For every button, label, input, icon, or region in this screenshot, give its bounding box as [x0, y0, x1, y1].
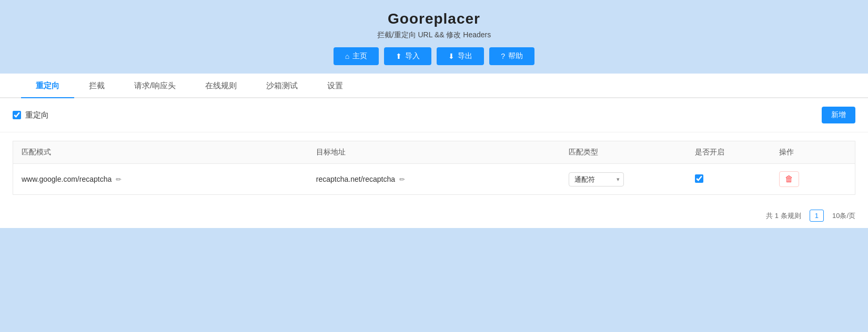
col-header-target: 目标地址 [308, 141, 560, 164]
target-edit-icon[interactable]: ✏ [399, 175, 405, 183]
import-button[interactable]: ⬆ 导入 [384, 47, 431, 65]
section-header: 重定向 新增 [0, 98, 868, 132]
table-footer: 共 1 条规则 1 10条/页 [0, 203, 868, 228]
cell-action: 🗑 [771, 164, 855, 195]
match-value: www.google.com/recaptcha [22, 175, 112, 183]
delete-rule-button[interactable]: 🗑 [779, 171, 799, 187]
nav-tabs: 重定向 拦截 请求/响应头 在线规则 沙箱测试 设置 [0, 74, 868, 98]
col-header-enabled: 是否开启 [687, 141, 771, 164]
app-title: Gooreplacer [0, 11, 868, 27]
per-page-text: 10条/页 [832, 211, 855, 221]
cell-match: www.google.com/recaptcha ✏ [13, 164, 308, 195]
cell-enabled [687, 164, 771, 195]
tab-online-rules[interactable]: 在线规则 [190, 74, 251, 98]
table-wrapper: 匹配模式 目标地址 匹配类型 是否开启 操作 www.google.com/re… [0, 132, 868, 203]
section-title-row: 重定向 [13, 110, 49, 120]
import-icon: ⬆ [396, 52, 402, 60]
home-icon: ⌂ [345, 52, 349, 60]
section-enabled-checkbox[interactable] [13, 111, 21, 119]
tab-intercept[interactable]: 拦截 [74, 74, 119, 98]
tab-sandbox-test[interactable]: 沙箱测试 [251, 74, 312, 98]
main-content: 重定向 新增 匹配模式 目标地址 匹配类型 是否开启 操作 www.google… [0, 98, 868, 228]
tab-request-response-headers[interactable]: 请求/响应头 [119, 74, 190, 98]
help-icon: ? [501, 52, 505, 60]
tab-redirect[interactable]: 重定向 [21, 74, 74, 98]
pagination: 1 [810, 210, 824, 222]
tab-settings[interactable]: 设置 [312, 74, 358, 98]
col-header-match: 匹配模式 [13, 141, 308, 164]
row-enabled-checkbox[interactable] [695, 174, 703, 183]
cell-type: 通配符 正则表达式 字符串 ▾ [560, 164, 687, 195]
col-header-type: 匹配类型 [560, 141, 687, 164]
type-select-wrapper: 通配符 正则表达式 字符串 ▾ [569, 172, 624, 186]
target-value: recaptcha.net/recaptcha [316, 175, 395, 183]
help-button[interactable]: ? 帮助 [489, 47, 534, 65]
app-subtitle: 拦截/重定向 URL && 修改 Headers [0, 30, 868, 40]
export-label: 导出 [458, 51, 472, 61]
section-title: 重定向 [25, 110, 49, 120]
table-row: www.google.com/recaptcha ✏ recaptcha.net… [13, 164, 855, 195]
header-button-group: ⌂ 主页 ⬆ 导入 ⬇ 导出 ? 帮助 [0, 47, 868, 65]
export-icon: ⬇ [448, 52, 455, 60]
cell-target: recaptcha.net/recaptcha ✏ [308, 164, 560, 195]
home-button[interactable]: ⌂ 主页 [334, 47, 379, 65]
help-label: 帮助 [508, 51, 523, 61]
home-label: 主页 [352, 51, 367, 61]
type-select[interactable]: 通配符 正则表达式 字符串 [569, 172, 624, 186]
app-header: Gooreplacer 拦截/重定向 URL && 修改 Headers ⌂ 主… [0, 0, 868, 74]
page-1-button[interactable]: 1 [810, 210, 824, 222]
add-rule-button[interactable]: 新增 [822, 107, 855, 123]
col-header-action: 操作 [771, 141, 855, 164]
export-button[interactable]: ⬇ 导出 [437, 47, 484, 65]
rules-table: 匹配模式 目标地址 匹配类型 是否开启 操作 www.google.com/re… [13, 141, 855, 195]
table-header-row: 匹配模式 目标地址 匹配类型 是否开启 操作 [13, 141, 855, 164]
match-edit-icon[interactable]: ✏ [116, 175, 122, 183]
rules-count: 共 1 条规则 [766, 211, 801, 221]
import-label: 导入 [405, 51, 420, 61]
